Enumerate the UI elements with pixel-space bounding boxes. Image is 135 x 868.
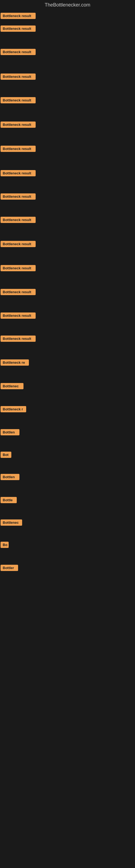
result-row-17: Bottleneck r [1, 406, 26, 413]
result-row-21: Bottle [1, 497, 17, 504]
results-container: Bottleneck resultBottleneck resultBottle… [0, 10, 135, 868]
result-row-2: Bottleneck result [1, 49, 36, 56]
bottleneck-result-badge[interactable]: Bottleneck result [1, 312, 36, 319]
bottleneck-result-badge[interactable]: Bottleneck result [1, 26, 36, 32]
bottleneck-result-badge[interactable]: Bottleneck result [1, 289, 36, 295]
bottleneck-result-badge[interactable]: Bottleneck r [1, 406, 26, 412]
bottleneck-result-badge[interactable]: Bottleneck re [1, 360, 29, 366]
bottleneck-result-badge[interactable]: Bottleneck result [1, 73, 36, 80]
bottleneck-result-badge[interactable]: Bo [1, 542, 9, 548]
result-row-11: Bottleneck result [1, 265, 36, 272]
bottleneck-result-badge[interactable]: Bottleneck result [1, 97, 36, 103]
site-title: TheBottlenecker.com [0, 0, 135, 10]
result-row-9: Bottleneck result [1, 217, 36, 224]
result-row-10: Bottleneck result [1, 241, 36, 248]
result-row-23: Bo [1, 542, 9, 549]
result-row-15: Bottleneck re [1, 360, 29, 367]
result-row-0: Bottleneck result [1, 13, 36, 20]
bottleneck-result-badge[interactable]: Bottleneck result [1, 122, 36, 128]
bottleneck-result-badge[interactable]: Bottleneck result [1, 265, 36, 271]
bottleneck-result-badge[interactable]: Bottlenec [1, 383, 24, 389]
bottleneck-result-badge[interactable]: Bottle [1, 497, 17, 503]
bottleneck-result-badge[interactable]: Bottleneck result [1, 13, 36, 19]
result-row-16: Bottlenec [1, 383, 24, 390]
result-row-5: Bottleneck result [1, 122, 36, 129]
bottleneck-result-badge[interactable]: Bottleneck result [1, 49, 36, 55]
bottleneck-result-badge[interactable]: Bottleneck result [1, 146, 36, 152]
result-row-14: Bottleneck result [1, 336, 36, 343]
bottleneck-result-badge[interactable]: Bottleneck result [1, 336, 36, 342]
result-row-6: Bottleneck result [1, 146, 36, 153]
bottleneck-result-badge[interactable]: Bottlen [1, 429, 19, 435]
result-row-8: Bottleneck result [1, 193, 36, 201]
result-row-7: Bottleneck result [1, 170, 36, 177]
bottleneck-result-badge[interactable]: Bottleneck result [1, 170, 36, 176]
bottleneck-result-badge[interactable]: Bottleneck result [1, 217, 36, 223]
bottleneck-result-badge[interactable]: Bot [1, 452, 11, 458]
bottleneck-result-badge[interactable]: Bottler [1, 565, 18, 571]
result-row-12: Bottleneck result [1, 289, 36, 296]
result-row-20: Bottlen [1, 474, 19, 481]
result-row-24: Bottler [1, 565, 18, 572]
result-row-4: Bottleneck result [1, 97, 36, 104]
result-row-1: Bottleneck result [1, 26, 36, 33]
bottleneck-result-badge[interactable]: Bottleneck result [1, 193, 36, 199]
result-row-18: Bottlen [1, 429, 19, 436]
result-row-13: Bottleneck result [1, 312, 36, 320]
result-row-3: Bottleneck result [1, 73, 36, 81]
bottleneck-result-badge[interactable]: Bottleneck result [1, 241, 36, 247]
bottleneck-result-badge[interactable]: Bottlen [1, 474, 19, 480]
result-row-19: Bot [1, 452, 11, 459]
bottleneck-result-badge[interactable]: Bottlenec [1, 520, 22, 526]
result-row-22: Bottlenec [1, 520, 22, 527]
